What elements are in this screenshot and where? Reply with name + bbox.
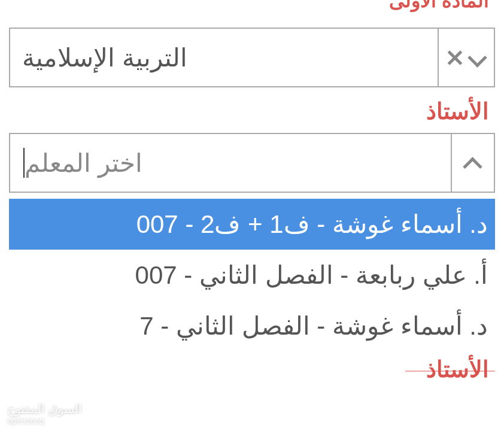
dropdown-option[interactable]: أ. علي ربابعة - الفصل الثاني - 007 — [9, 250, 495, 301]
teacher-dropdown-list: د. أسماء غوشة - ف1 + ف2 - 007 أ. علي ربا… — [9, 199, 495, 351]
subject-select-value: التربية الإسلامية — [10, 29, 438, 86]
text-cursor — [23, 148, 25, 178]
chevron-up-icon[interactable] — [464, 154, 482, 172]
dropdown-option[interactable]: د. أسماء غوشة - الفصل الثاني - 7 — [9, 301, 495, 351]
watermark: السوق المفتوح opensooq — [7, 402, 82, 426]
clear-icon[interactable] — [446, 48, 464, 66]
chevron-down-icon[interactable] — [469, 48, 487, 66]
subject-select[interactable]: التربية الإسلامية — [9, 28, 495, 87]
teacher-select-placeholder: اختر المعلم — [10, 134, 451, 192]
dropdown-option[interactable]: د. أسماء غوشة - ف1 + ف2 - 007 — [9, 199, 495, 250]
teacher-label-repeat: الأستاذ — [9, 356, 495, 383]
teacher-label: الأستاذ — [9, 98, 495, 125]
subject-label-partial: المادة الأولى — [9, 0, 495, 12]
teacher-select[interactable]: اختر المعلم — [9, 133, 495, 193]
